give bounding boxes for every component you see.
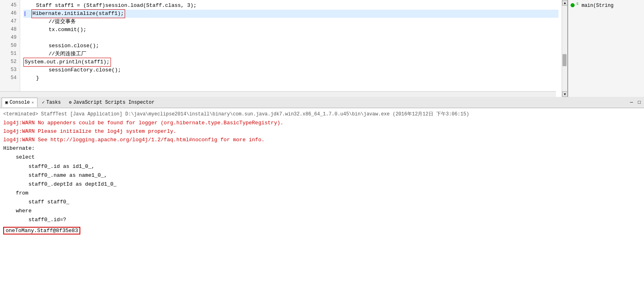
scrollbar-thumb[interactable] [562,54,567,66]
line-number: 51 [3,50,17,58]
line-number: 52 [3,58,17,66]
code-area: 45464748495051525354 Staff staff1 = (Sta… [0,0,562,97]
line-number: 48 [3,26,17,34]
tab-label-console: Console [10,100,30,105]
console-line: select [3,153,641,162]
line-number: 45 [3,2,17,10]
code-line: //关闭连接工厂 [23,50,558,58]
tab-icon-console: ▣ [5,100,8,105]
breakpoint-marker: | [23,10,30,18]
main-method-label: s main(String [576,2,613,8]
line-number: 46 [3,10,17,18]
code-line: sessionFactory.close(); [23,66,558,74]
scroll-up-arrow[interactable]: ▲ [562,0,568,6]
main-layout: 45464748495051525354 Staff staff1 = (Sta… [0,0,644,293]
console-tabs-bar: ▣Console✕✓Tasks⚙JavaScript Scripts Inspe… [0,97,644,108]
scrollbar-track [562,6,567,91]
console-line: log4j:WARN No appenders could be found f… [3,119,641,128]
right-panel: s main(String [567,0,644,97]
minimize-console-button[interactable]: — [629,99,635,106]
console-line: from [3,189,641,198]
code-line [23,34,558,42]
code-lines: Staff staff1 = (Staff)session.load(Staff… [20,0,562,97]
boxed-output: oneToMany.Staff@8f35e83 [3,227,80,234]
horizontal-scrollbar[interactable] [0,91,556,97]
code-line: } [23,74,558,82]
console-line: staff0_.deptId as deptId1_0_ [3,180,641,189]
tab-close-console[interactable]: ✕ [31,100,34,105]
highlighted-code-box: System.out.println(staff1); [23,58,111,67]
console-tab-js-inspector[interactable]: ⚙JavaScript Scripts Inspector [65,98,158,107]
code-line: System.out.println(staff1); [23,58,558,66]
console-line: staff0_.name as name1_0_, [3,171,641,180]
line-numbers: 45464748495051525354 [0,0,20,97]
line-number: 53 [3,66,17,74]
console-tab-console[interactable]: ▣Console✕ [2,98,38,107]
console-line: Hibernate: [3,144,641,153]
terminated-status: <terminated> StaffTest [Java Application… [3,111,641,117]
boxed-output-container: oneToMany.Staff@8f35e83 [3,225,641,234]
tab-icon-js-inspector: ⚙ [69,100,72,105]
code-line: Staff staff1 = (Staff)session.load(Staff… [23,2,558,10]
console-line: staff0_.id=? [3,216,641,224]
console-panel: ▣Console✕✓Tasks⚙JavaScript Scripts Inspe… [0,97,644,293]
code-line: tx.commit(); [23,26,558,34]
console-line: where [3,207,641,216]
line-number: 47 [3,18,17,26]
tab-label-tasks: Tasks [46,100,61,105]
console-line: staff staff0_ [3,198,641,207]
console-line: log4j:WARN Please initialize the log4j s… [3,128,641,136]
output-lines: log4j:WARN No appenders could be found f… [3,119,641,224]
line-number: 49 [3,34,17,42]
console-output: <terminated> StaffTest [Java Application… [0,108,644,293]
highlighted-code-box: Hibernate.initialize(staff1); [31,9,125,19]
console-line: staff0_.id as id1_0_, [3,162,641,171]
main-method-indicator: s main(String [568,0,644,10]
editor-panel: 45464748495051525354 Staff staff1 = (Sta… [0,0,644,97]
green-status-dot [571,3,575,7]
line-number: 50 [3,42,17,50]
line-number: 54 [3,74,17,82]
maximize-console-button[interactable]: □ [636,99,642,106]
console-panel-controls: —□ [629,99,642,106]
console-line: log4j:WARN See http://logging.apache.org… [3,136,641,144]
code-line: //提交事务 [23,18,558,26]
tab-label-js-inspector: JavaScript Scripts Inspector [73,100,155,105]
vertical-scrollbar[interactable]: ▲ ▼ [562,0,567,97]
scroll-down-arrow[interactable]: ▼ [562,91,568,97]
console-tab-tasks[interactable]: ✓Tasks [38,98,65,107]
code-line: | Hibernate.initialize(staff1); [23,10,558,18]
code-editor: 45464748495051525354 Staff staff1 = (Sta… [0,0,562,97]
tab-icon-tasks: ✓ [42,100,45,105]
code-line: session.close(); [23,42,558,50]
